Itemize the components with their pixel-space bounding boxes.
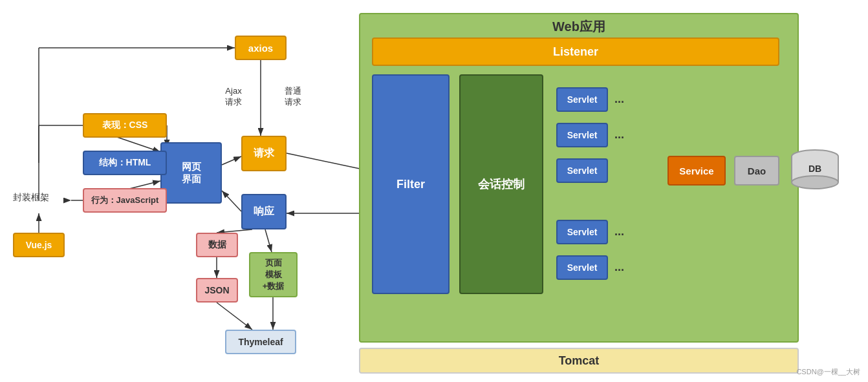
service-box: Service: [667, 156, 726, 186]
json-box: JSON: [196, 278, 238, 302]
filter-label: Filter: [396, 178, 425, 191]
servlet-box-5: Servlet: [556, 255, 608, 280]
servlet-box-2: Servlet: [556, 123, 608, 147]
response-label: 响应: [254, 205, 274, 218]
thymeleaf-box: Thymeleaf: [225, 330, 296, 354]
listener-label: Listener: [553, 45, 598, 59]
html-box: 结构：HTML: [83, 151, 167, 175]
html-label: 结构：HTML: [99, 157, 151, 169]
css-box: 表现：CSS: [83, 113, 167, 138]
data-label: 数据: [208, 239, 226, 251]
ajax-label: Ajax请求: [225, 86, 242, 108]
svg-text:DB: DB: [808, 164, 821, 174]
normal-request-label: 普通请求: [285, 86, 301, 108]
template-label: 页面模板+数据: [263, 257, 285, 292]
data-box: 数据: [196, 233, 238, 257]
dots-5: ...: [614, 260, 624, 274]
response-box: 响应: [241, 194, 287, 229]
js-label: 行为：JavaScript: [91, 195, 159, 206]
svg-line-20: [265, 229, 272, 252]
servlet-box-3: Servlet: [556, 158, 608, 183]
tomcat-box: Tomcat: [359, 348, 799, 374]
webpage-box: 网页界面: [160, 142, 222, 204]
request-box: 请求: [241, 136, 287, 171]
vue-label: Vue.js: [26, 240, 52, 250]
diagram-container: Web应用 Tomcat Listener Filter 会话控制 Servle…: [0, 0, 868, 382]
js-box: 行为：JavaScript: [83, 188, 167, 213]
db-cylinder-svg: DB: [789, 149, 841, 191]
servlet-box-4: Servlet: [556, 220, 608, 244]
session-box: 会话控制: [459, 74, 543, 294]
dao-box: Dao: [734, 156, 779, 186]
filter-box: Filter: [372, 74, 450, 294]
tomcat-label: Tomcat: [559, 354, 600, 368]
svg-line-9: [222, 156, 241, 165]
css-label: 表现：CSS: [102, 120, 148, 131]
svg-point-34: [792, 176, 838, 189]
db-box: DB: [789, 149, 841, 191]
svg-line-17: [222, 191, 241, 211]
dots-1: ...: [614, 92, 624, 106]
service-label: Service: [679, 165, 713, 176]
watermark: CSDN@一棵__大树: [796, 367, 860, 377]
dots-4: ...: [614, 225, 624, 239]
template-box: 页面模板+数据: [249, 252, 298, 297]
dao-label: Dao: [748, 165, 766, 176]
vue-box: Vue.js: [13, 233, 65, 257]
webpage-label: 网页界面: [182, 161, 201, 186]
framework-label: 封装框架: [13, 192, 49, 204]
listener-box: Listener: [372, 37, 779, 66]
session-label: 会话控制: [478, 176, 525, 192]
json-label: JSON: [204, 285, 229, 295]
svg-line-22: [217, 302, 252, 330]
axios-label: axios: [248, 43, 273, 54]
dots-2: ...: [614, 128, 624, 142]
thymeleaf-label: Thymeleaf: [238, 337, 283, 347]
servlet-box-1: Servlet: [556, 87, 608, 112]
web-app-title: Web应用: [552, 18, 605, 36]
framework-area: 封装框架: [13, 192, 49, 204]
axios-box: axios: [235, 36, 287, 60]
request-label: 请求: [254, 147, 274, 160]
